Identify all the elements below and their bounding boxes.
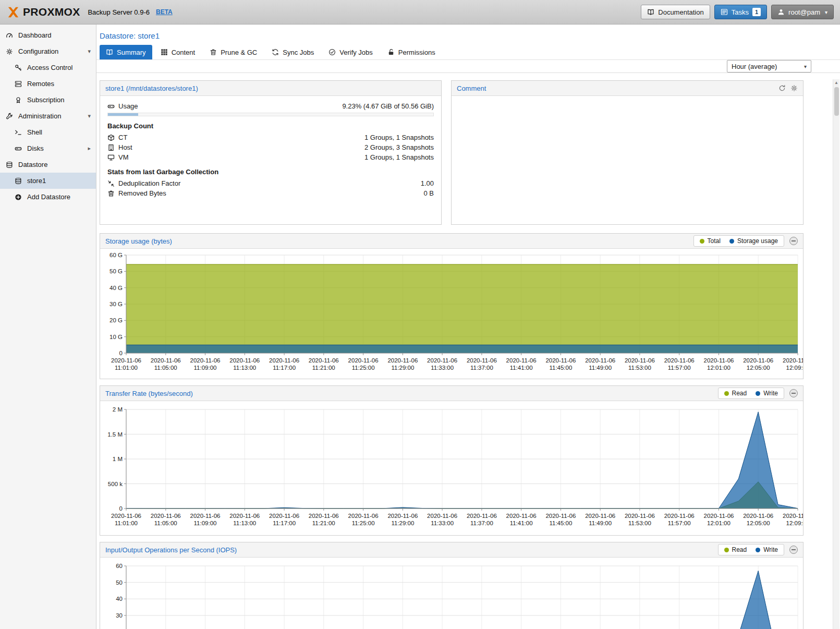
comment-panel-header: Comment: [452, 81, 803, 96]
sidebar-item-administration[interactable]: Administration▾: [0, 108, 96, 124]
user-menu-button[interactable]: root@pam ▾: [771, 5, 834, 19]
gc-stats-rows: Deduplication Factor1.00Removed Bytes0 B: [107, 178, 434, 198]
chevron-down-icon: ▾: [825, 9, 827, 15]
hdd-icon: [14, 145, 22, 152]
sidebar-item-remotes[interactable]: Remotes: [0, 76, 96, 92]
tab-verify-jobs[interactable]: Verify Jobs: [322, 45, 379, 59]
sidebar-item-label: Dashboard: [18, 31, 52, 39]
svg-text:11:25:00: 11:25:00: [352, 365, 375, 371]
svg-text:2020-11-06: 2020-11-06: [387, 357, 418, 364]
svg-text:2020-11-06: 2020-11-06: [506, 513, 537, 519]
svg-text:11:33:00: 11:33:00: [431, 520, 454, 526]
iops-chart-legend: ReadWrite: [718, 544, 784, 555]
legend-item-read[interactable]: Read: [724, 390, 747, 397]
svg-text:2020-11-06: 2020-11-06: [467, 513, 497, 519]
legend-item-write[interactable]: Write: [756, 546, 778, 553]
sidebar-item-add-datastore[interactable]: Add Datastore: [0, 189, 96, 205]
svg-text:2020-11-06: 2020-11-06: [387, 513, 418, 519]
svg-text:12:09:00: 12:09:00: [786, 520, 803, 526]
legend-item-storage-usage[interactable]: Storage usage: [729, 237, 778, 245]
svg-text:2020-11-06: 2020-11-06: [111, 513, 141, 519]
sidebar-item-label: store1: [27, 177, 46, 185]
svg-text:12:01:00: 12:01:00: [707, 365, 731, 371]
sidebar-item-configuration[interactable]: Configuration▾: [0, 43, 96, 59]
collapse-icon[interactable]: [789, 237, 798, 245]
svg-text:50: 50: [116, 579, 123, 586]
usage-progress-fill: [108, 113, 138, 116]
time-range-value: Hour (average): [732, 63, 777, 70]
sidebar-item-label: Configuration: [18, 47, 58, 55]
sidebar-item-datastore[interactable]: Datastore: [0, 156, 96, 173]
legend-dot: [756, 391, 760, 396]
deduplication-factor-row: Deduplication Factor1.00: [107, 178, 434, 188]
tab-sync-jobs[interactable]: Sync Jobs: [265, 45, 320, 59]
gear-icon: [5, 48, 14, 55]
legend-dot: [700, 239, 704, 244]
legend-item-total[interactable]: Total: [700, 237, 721, 245]
tasks-button[interactable]: Tasks 1: [714, 5, 767, 19]
tab-permissions[interactable]: Permissions: [381, 45, 442, 59]
sidebar-item-dashboard[interactable]: Dashboard: [0, 27, 96, 43]
sidebar-item-disks[interactable]: Disks▸: [0, 140, 96, 156]
legend-dot: [724, 391, 729, 396]
scroll-up-icon[interactable]: ▲: [834, 79, 838, 86]
comment-panel: Comment: [451, 80, 804, 225]
caret-down-icon[interactable]: ▾: [88, 48, 91, 55]
svg-text:2020-11-06: 2020-11-06: [664, 357, 695, 364]
main-content: Datastore: store1 SummaryContentPrune & …: [96, 25, 840, 629]
tab-summary[interactable]: Summary: [100, 45, 152, 59]
server-icon: [14, 80, 22, 88]
svg-text:12:05:00: 12:05:00: [747, 365, 770, 371]
sidebar-item-store1[interactable]: store1: [0, 173, 96, 189]
sidebar-nav: DashboardConfiguration▾Access ControlRem…: [0, 27, 96, 205]
gc-stats-heading: Stats from last Garbage Collection: [107, 168, 434, 176]
svg-text:2020-11-06: 2020-11-06: [545, 357, 576, 364]
hdd-icon: [107, 103, 118, 110]
sidebar-item-subscription[interactable]: Subscription: [0, 92, 96, 108]
caret-right-icon[interactable]: ▸: [88, 145, 91, 152]
legend-dot: [724, 548, 729, 552]
comment-panel-body[interactable]: [452, 96, 803, 106]
monitor-icon: [107, 154, 118, 161]
database-icon: [14, 177, 22, 185]
svg-text:2020-11-06: 2020-11-06: [151, 357, 181, 364]
svg-text:11:09:00: 11:09:00: [194, 365, 217, 371]
documentation-button[interactable]: Documentation: [641, 5, 710, 19]
legend-item-write[interactable]: Write: [756, 390, 778, 397]
sidebar-item-label: Datastore: [18, 161, 47, 168]
page-title: Datastore: store1: [96, 25, 840, 45]
svg-text:2020-11-06: 2020-11-06: [111, 357, 141, 364]
time-range-select[interactable]: Hour (average) ▾: [727, 60, 811, 72]
svg-text:2020-11-06: 2020-11-06: [743, 513, 773, 519]
transfer-rate-chart-panel: Transfer Rate (bytes/second) ReadWrite 0…: [100, 385, 804, 536]
collapse-icon[interactable]: [789, 546, 798, 554]
svg-text:11:45:00: 11:45:00: [549, 365, 572, 371]
collapse-icon[interactable]: [789, 389, 798, 397]
vertical-scrollbar[interactable]: ▲: [833, 79, 839, 629]
scrollbar-thumb[interactable]: [834, 87, 839, 116]
svg-text:11:21:00: 11:21:00: [312, 365, 335, 371]
tab-label: Prune & GC: [221, 49, 257, 56]
iops-chart-panel: Input/Output Operations per Second (IOPS…: [100, 542, 804, 629]
toolbar: Hour (average) ▾: [96, 60, 840, 73]
sidebar-item-label: Add Datastore: [27, 193, 70, 201]
tab-content[interactable]: Content: [154, 45, 202, 59]
chevron-down-icon: ▾: [804, 64, 807, 69]
legend-item-read[interactable]: Read: [724, 546, 747, 553]
sidebar-item-shell[interactable]: Shell: [0, 124, 96, 140]
svg-text:11:37:00: 11:37:00: [470, 365, 493, 371]
legend-dot: [729, 239, 734, 244]
beta-link[interactable]: BETA: [156, 8, 173, 16]
ct-row: CT1 Groups, 1 Snapshots: [107, 132, 434, 142]
svg-text:11:37:00: 11:37:00: [470, 520, 493, 526]
cube-icon: [107, 134, 118, 141]
caret-down-icon[interactable]: ▾: [88, 113, 91, 119]
svg-text:11:49:00: 11:49:00: [589, 520, 612, 526]
svg-text:11:09:00: 11:09:00: [194, 520, 217, 526]
sidebar-item-access-control[interactable]: Access Control: [0, 59, 96, 76]
refresh-icon[interactable]: [778, 84, 786, 92]
gear-icon[interactable]: [790, 84, 798, 92]
tab-label: Content: [172, 49, 196, 56]
tab-prune-gc[interactable]: Prune & GC: [203, 45, 263, 59]
top-header: PROXMOX Backup Server 0.9-6 BETA Documen…: [0, 0, 840, 25]
